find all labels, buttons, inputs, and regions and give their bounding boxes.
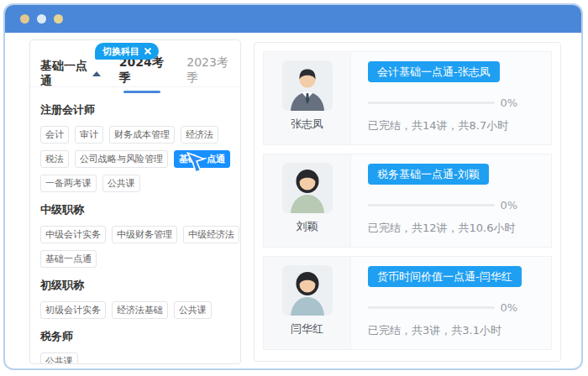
subject-tag[interactable]: 公共课 — [174, 301, 212, 319]
subject-dropdown-label: 基础一点通 — [40, 59, 88, 89]
section-title: 注册会计师 — [40, 102, 230, 118]
subject-tag[interactable]: 经济法 — [181, 126, 218, 144]
screen: 切换科目 基础一点通 2024考季2023考季 注册会计师会计审计财务成本管理经… — [0, 0, 588, 376]
course-info-cell: 会计基础一点通-张志凤0%已完结，共14讲，共8.7小时 — [351, 52, 551, 144]
instructor-photo — [282, 163, 333, 213]
badge-label: 切换科目 — [102, 45, 139, 58]
subject-tag[interactable]: 公共课 — [40, 352, 78, 364]
subject-dropdown[interactable]: 基础一点通 — [40, 59, 101, 89]
subject-tag[interactable]: 税法 — [40, 150, 69, 168]
instructor-cell: 张志凤 — [264, 52, 351, 144]
progress-label: 0% — [500, 301, 517, 314]
chip-row: 会计审计财务成本管理经济法 — [40, 126, 230, 144]
subject-tag[interactable]: 一备两考课 — [40, 175, 97, 192]
instructor-photo — [282, 60, 333, 111]
progress-bar — [368, 102, 495, 104]
chip-row: 基础一点通 — [40, 250, 230, 268]
subject-tag[interactable]: 会计 — [40, 126, 69, 144]
subject-tag[interactable]: 中级经济法 — [183, 226, 239, 243]
season-tab[interactable]: 2023考季 — [186, 55, 230, 93]
course-status: 已完结，共12讲，共10.6小时 — [368, 221, 516, 236]
course-list-panel: 张志凤会计基础一点通-张志凤0%已完结，共14讲，共8.7小时刘颖税务基础一点通… — [254, 42, 561, 362]
instructor-cell: 闫华红 — [264, 257, 351, 349]
progress-label: 0% — [500, 199, 517, 212]
course-info-cell: 税务基础一点通-刘颖0%已完结，共12讲，共10.6小时 — [351, 154, 551, 247]
course-title-pill[interactable]: 会计基础一点通-张志凤 — [368, 61, 500, 82]
subject-tag[interactable]: 审计 — [75, 126, 103, 144]
exam-section: 税务师公共课 — [40, 329, 230, 364]
section-title: 初级职称 — [40, 278, 230, 293]
section-title: 中级职称 — [40, 202, 230, 217]
chip-row: 公共课 — [40, 352, 230, 364]
course-row[interactable]: 闫华红货币时间价值一点通-闫华红0%已完结，共3讲，共3.1小时 — [263, 256, 552, 350]
course-row[interactable]: 张志凤会计基础一点通-张志凤0%已完结，共14讲，共8.7小时 — [263, 51, 552, 145]
chip-row: 初级会计实务经济法基础公共课 — [40, 301, 230, 319]
exam-section: 中级职称中级会计实务中级财务管理中级经济法基础一点通 — [40, 202, 230, 268]
course-info-cell: 货币时间价值一点通-闫华红0%已完结，共3讲，共3.1小时 — [351, 257, 551, 349]
subject-tag[interactable]: 经济法基础 — [112, 301, 168, 319]
progress-label: 0% — [500, 97, 517, 109]
progress-row: 0% — [368, 301, 517, 314]
subject-tag[interactable]: 初级会计实务 — [40, 301, 106, 319]
progress-bar — [368, 306, 495, 309]
caret-up-icon — [92, 71, 101, 76]
window-titlebar — [5, 5, 581, 33]
course-title-pill[interactable]: 货币时间价值一点通-闫华红 — [368, 266, 522, 287]
progress-row: 0% — [368, 199, 517, 212]
course-status: 已完结，共3讲，共3.1小时 — [368, 323, 501, 338]
app-window: 切换科目 基础一点通 2024考季2023考季 注册会计师会计审计财务成本管理经… — [3, 3, 583, 370]
subject-tag[interactable]: 中级财务管理 — [112, 226, 177, 243]
section-title: 税务师 — [40, 329, 230, 344]
course-title-pill[interactable]: 税务基础一点通-刘颖 — [368, 164, 489, 185]
course-rows: 张志凤会计基础一点通-张志凤0%已完结，共14讲，共8.7小时刘颖税务基础一点通… — [263, 51, 552, 350]
badge-close-icon[interactable] — [144, 48, 151, 55]
exam-section: 初级职称初级会计实务经济法基础公共课 — [40, 278, 230, 319]
subject-tag[interactable]: 中级会计实务 — [40, 226, 106, 243]
cursor-arrow-icon — [184, 150, 207, 174]
subject-sidebar: 切换科目 基础一点通 2024考季2023考季 注册会计师会计审计财务成本管理经… — [29, 39, 241, 364]
instructor-name: 刘颖 — [297, 219, 318, 234]
subject-tag[interactable]: 财务成本管理 — [109, 126, 175, 144]
course-status: 已完结，共14讲，共8.7小时 — [368, 118, 508, 133]
switch-subject-badge[interactable]: 切换科目 — [95, 43, 159, 60]
window-dot-icon[interactable] — [37, 14, 46, 24]
instructor-photo — [282, 265, 333, 316]
course-row[interactable]: 刘颖税务基础一点通-刘颖0%已完结，共12讲，共10.6小时 — [263, 154, 552, 248]
subject-tag[interactable]: 公共课 — [102, 175, 140, 192]
exam-section: 注册会计师会计审计财务成本管理经济法税法公司战略与风险管理基础一点通一备两考课公… — [40, 102, 230, 192]
chip-row: 一备两考课公共课 — [40, 175, 230, 192]
season-tab[interactable]: 2024考季 — [119, 55, 165, 93]
season-tabs: 2024考季2023考季 — [119, 55, 230, 93]
chip-row: 中级会计实务中级财务管理中级经济法 — [40, 226, 230, 243]
instructor-name: 闫华红 — [291, 321, 323, 337]
progress-bar — [368, 204, 495, 206]
instructor-name: 张志凤 — [291, 117, 323, 132]
subject-tag[interactable]: 基础一点通 — [40, 250, 97, 268]
window-dot-icon[interactable] — [54, 14, 63, 24]
subject-sections: 注册会计师会计审计财务成本管理经济法税法公司战略与风险管理基础一点通一备两考课公… — [30, 87, 240, 364]
progress-row: 0% — [368, 97, 517, 109]
instructor-cell: 刘颖 — [264, 154, 351, 247]
subject-tag[interactable]: 公司战略与风险管理 — [75, 150, 168, 168]
window-dot-icon[interactable] — [20, 14, 29, 24]
